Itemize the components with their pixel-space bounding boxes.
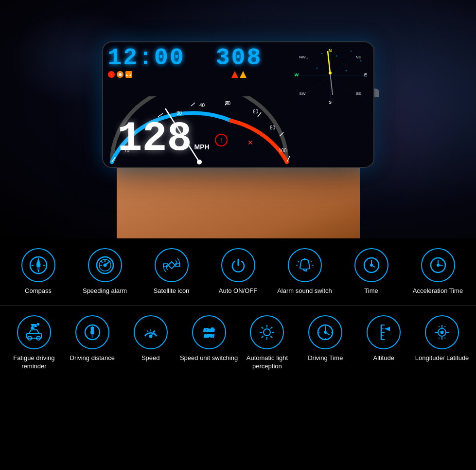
fatigue-icon-circle: Z z z <box>17 315 51 349</box>
svg-line-100 <box>262 327 264 329</box>
altitude-icon-circle <box>367 315 401 349</box>
svg-line-87 <box>147 330 148 332</box>
kmh-mph-icon: Km/h MPH <box>199 323 219 342</box>
svg-line-19 <box>328 51 330 73</box>
alarm-sound-label: Alarm sound switch <box>277 287 332 295</box>
alarm-sound-icon-circle <box>288 248 322 282</box>
svg-point-58 <box>104 264 106 267</box>
speeding-alarm-label: Speeding alarm <box>83 287 127 295</box>
hud-time: 12:00 <box>108 46 185 70</box>
feature-speed-unit: Km/h MPH Speed unit switching <box>180 315 238 362</box>
svg-text:✕: ✕ <box>247 139 253 146</box>
svg-line-62 <box>298 261 299 262</box>
svg-text:Km/h: Km/h <box>203 327 214 332</box>
feature-driving-distance: N Driving distance <box>63 315 122 362</box>
feature-longitude: Longitude/ Latitude <box>413 315 471 362</box>
svg-marker-85 <box>91 332 93 338</box>
time-label: Time <box>364 287 378 295</box>
svg-line-126 <box>439 326 440 327</box>
compass-icon <box>29 255 48 275</box>
hud-compass-svg: N NE E SE S SW W NW <box>293 46 368 105</box>
feature-fatigue: Z z z Fatigue driving reminder <box>5 315 63 371</box>
satellite-icon-circle <box>155 248 189 282</box>
fatigue-label: Fatigue driving reminder <box>5 354 63 371</box>
svg-point-5 <box>321 53 323 54</box>
speed-unit-label: Speed unit switching <box>180 354 238 362</box>
driving-distance-label: Driving distance <box>70 354 115 362</box>
hud-display: 12:00 ! ⌚ ▲▲ <box>102 41 374 168</box>
compass-icon-circle <box>21 248 55 282</box>
svg-line-102 <box>271 327 273 329</box>
svg-text:40: 40 <box>199 103 205 108</box>
svg-point-8 <box>360 60 362 62</box>
svg-line-101 <box>271 336 273 338</box>
feature-satellite: Satellite icon <box>142 248 201 295</box>
svg-point-9 <box>317 68 318 69</box>
svg-line-103 <box>262 336 264 338</box>
feature-light-perception: Automatic light perception <box>238 315 297 371</box>
svg-line-74 <box>441 258 443 260</box>
svg-point-4 <box>307 58 308 59</box>
speeding-alarm-icon-circle <box>88 248 122 282</box>
speed-icon-circle <box>134 315 168 349</box>
svg-point-7 <box>351 51 352 52</box>
svg-marker-51 <box>37 267 40 271</box>
hud-big-speed: 128 <box>118 118 192 160</box>
longitude-icon-circle <box>425 315 459 349</box>
svg-rect-59 <box>168 262 175 269</box>
driving-time-icon-circle <box>308 315 342 349</box>
satellite-label: Satellite icon <box>154 287 190 295</box>
svg-line-127 <box>444 326 445 327</box>
svg-marker-50 <box>37 259 40 264</box>
hud-photo-section: 12:00 ! ⌚ ▲▲ <box>0 0 476 238</box>
svg-point-6 <box>336 55 337 57</box>
features-section: Compass Speeding alarm <box>0 238 476 380</box>
svg-text:N: N <box>329 48 332 53</box>
svg-text:!: ! <box>220 137 222 144</box>
svg-text:S: S <box>329 100 332 105</box>
altitude-label: Altitude <box>373 354 394 362</box>
satellite-icon <box>162 255 181 275</box>
svg-text:SW: SW <box>300 91 306 96</box>
feature-alarm-sound: Alarm sound switch <box>276 248 334 295</box>
speeding-alarm-icon <box>95 255 115 275</box>
svg-line-64 <box>311 261 312 262</box>
hud-top-speed: 308 <box>216 46 262 70</box>
svg-line-128 <box>439 338 440 339</box>
svg-text:NW: NW <box>300 55 306 59</box>
svg-line-56 <box>101 261 103 263</box>
svg-line-20 <box>330 73 333 95</box>
svg-line-25 <box>191 103 195 106</box>
crosshair-icon <box>432 323 452 342</box>
feature-speed: Speed <box>122 315 180 362</box>
svg-point-107 <box>324 331 326 333</box>
feature-compass: Compass <box>9 248 68 295</box>
acceleration-icon-circle <box>421 248 455 282</box>
compass-n-icon: N <box>83 323 102 342</box>
svg-point-40 <box>197 160 202 164</box>
driving-time-label: Driving Time <box>308 354 343 362</box>
feature-driving-time: Driving Time <box>296 315 354 362</box>
svg-rect-75 <box>27 333 41 338</box>
svg-text:SE: SE <box>356 91 361 96</box>
svg-text:E: E <box>364 72 367 77</box>
sun-gear-icon <box>257 323 277 342</box>
speed-label: Speed <box>141 354 160 362</box>
svg-text:z: z <box>37 323 39 325</box>
svg-text:100: 100 <box>279 148 287 153</box>
svg-text:W: W <box>295 72 299 77</box>
svg-text:80: 80 <box>270 125 276 130</box>
svg-point-10 <box>346 70 347 72</box>
light-perception-label: Automatic light perception <box>238 354 297 371</box>
longitude-label: Longitude/ Latitude <box>415 354 469 362</box>
clock-icon <box>362 255 381 275</box>
svg-point-95 <box>264 329 270 336</box>
svg-text:NE: NE <box>356 55 361 59</box>
acceleration-label: Acceleration Time <box>413 287 463 295</box>
driving-distance-icon-circle: N <box>75 315 109 349</box>
compass-label: Compass <box>25 287 52 295</box>
svg-point-73 <box>437 264 439 266</box>
svg-point-125 <box>441 331 443 333</box>
svg-text:z: z <box>35 323 36 327</box>
features-row-2: Z z z Fatigue driving reminder N Driving… <box>0 306 476 380</box>
